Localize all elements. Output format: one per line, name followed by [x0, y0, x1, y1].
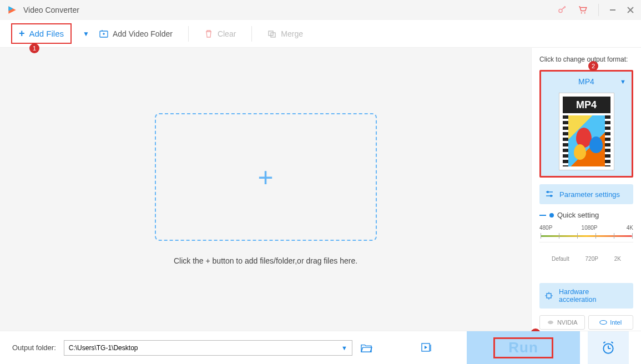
change-format-label: Click to change output format: — [539, 55, 633, 63]
intel-icon — [599, 318, 607, 326]
res-1080p: 1080P — [582, 225, 598, 231]
hardware-acceleration-label: Hardware acceleration — [559, 288, 628, 304]
svg-point-3 — [581, 12, 582, 13]
title-bar: Video Converter — [0, 0, 641, 20]
res-480p: 480P — [539, 225, 552, 231]
clear-label: Clear — [218, 29, 236, 38]
chip-icon — [544, 291, 553, 300]
merge-label: Merge — [281, 29, 303, 38]
close-icon[interactable] — [627, 6, 634, 14]
bottom-bar: Output folder: C:\Users\TG-1\Desktop ▼ R… — [0, 331, 641, 364]
svg-line-30 — [603, 342, 605, 343]
svg-point-23 — [600, 321, 607, 325]
merge-button[interactable]: Merge — [267, 29, 303, 38]
main-area: + Click the + button to add files/folder… — [0, 48, 641, 331]
svg-point-15 — [547, 191, 549, 193]
format-thumbnail: MP4 — [559, 93, 614, 170]
svg-point-17 — [550, 195, 552, 197]
run-button[interactable]: Run — [467, 331, 580, 365]
folder-plus-icon — [99, 29, 108, 38]
chevron-down-icon: ▼ — [620, 78, 626, 85]
parameter-settings-label: Parameter settings — [559, 190, 620, 199]
res-2k: 2K — [614, 256, 621, 262]
open-folder-button[interactable] — [360, 343, 372, 353]
add-files-label: Add Files — [29, 29, 64, 38]
annotation-callout-2: 2 — [588, 61, 598, 71]
output-folder-path: C:\Users\TG-1\Desktop — [69, 344, 138, 352]
alarm-clock-icon — [601, 341, 615, 355]
annotation-callout-1: 1 — [29, 43, 39, 53]
playlist-button[interactable] — [421, 343, 432, 353]
svg-point-4 — [584, 12, 586, 13]
format-badge: MP4 — [563, 97, 610, 113]
sidebar: Click to change output format: MP4 ▼ MP4… — [531, 48, 641, 331]
trash-icon — [204, 29, 213, 38]
drop-area[interactable]: + Click the + button to add files/folder… — [0, 48, 531, 331]
merge-icon — [267, 29, 276, 38]
sliders-icon — [545, 190, 554, 199]
hardware-acceleration-button[interactable]: Hardware acceleration — [539, 283, 633, 309]
app-logo-icon — [7, 4, 18, 16]
add-files-button[interactable]: + Add Files — [11, 23, 72, 44]
add-files-dropdown-icon[interactable]: ▼ — [83, 30, 89, 38]
nvidia-label: NVIDIA — [557, 319, 578, 326]
add-video-folder-button[interactable]: Add Video Folder — [99, 29, 173, 38]
svg-marker-25 — [425, 346, 427, 349]
cart-icon[interactable] — [577, 5, 588, 15]
output-format-box[interactable]: MP4 ▼ MP4 — [539, 70, 633, 178]
svg-rect-18 — [547, 294, 551, 298]
folder-open-icon — [360, 343, 372, 353]
toolbar: + Add Files ▼ Add Video Folder Clear Mer… — [0, 20, 641, 48]
format-name: MP4 — [578, 77, 594, 86]
res-4k: 4K — [627, 225, 633, 231]
nvidia-icon — [547, 318, 554, 326]
intel-label: Intel — [610, 319, 622, 326]
nvidia-toggle[interactable]: NVIDIA — [539, 315, 585, 330]
intel-toggle[interactable]: Intel — [588, 315, 634, 330]
quick-setting-label: Quick setting — [557, 211, 599, 219]
playlist-icon — [421, 343, 432, 353]
schedule-button[interactable] — [588, 331, 629, 365]
svg-point-2 — [559, 9, 562, 13]
output-folder-input[interactable]: C:\Users\TG-1\Desktop ▼ — [64, 340, 352, 356]
drop-instruction: Click the + button to add files/folder,o… — [174, 256, 357, 265]
res-default: Default — [552, 256, 569, 262]
drop-rect[interactable]: + — [155, 113, 377, 241]
run-label: Run — [508, 339, 538, 356]
quick-dot-icon — [549, 213, 554, 218]
format-dropdown[interactable]: MP4 ▼ — [544, 75, 628, 88]
quick-setting-section: Quick setting 480P 1080P 4K Default 720P… — [539, 211, 633, 276]
plus-icon: + — [19, 28, 25, 39]
chevron-down-icon[interactable]: ▼ — [341, 345, 347, 351]
output-folder-label: Output folder: — [12, 343, 56, 352]
quick-line-icon — [539, 215, 546, 216]
svg-line-31 — [611, 342, 613, 343]
minimize-icon[interactable] — [609, 6, 617, 14]
clear-button[interactable]: Clear — [204, 29, 236, 38]
res-720p: 720P — [586, 256, 598, 262]
drop-plus-icon: + — [258, 162, 273, 193]
parameter-settings-button[interactable]: Parameter settings — [539, 184, 633, 204]
app-title: Video Converter — [23, 6, 79, 14]
quality-slider[interactable] — [541, 232, 632, 240]
key-icon[interactable] — [557, 5, 567, 15]
add-video-folder-label: Add Video Folder — [113, 29, 173, 38]
